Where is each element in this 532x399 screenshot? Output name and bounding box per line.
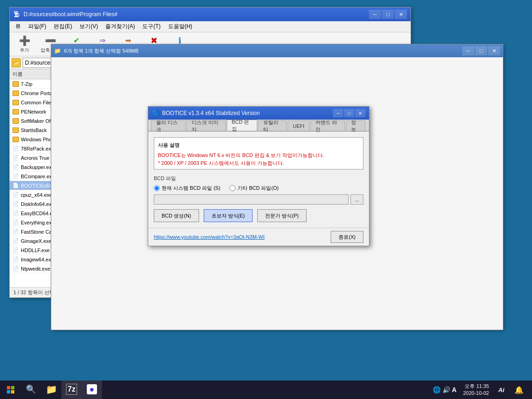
taskbar-files[interactable]: 📁 <box>41 381 61 399</box>
taskbar-bootice[interactable]: ● <box>82 381 102 399</box>
app-icon: 🗜 <box>13 11 21 18</box>
menu-favorites[interactable]: 즐겨찾기(A) <box>102 22 139 31</box>
tab-utility[interactable]: 유틸리티 <box>258 121 287 131</box>
bcd-path-input[interactable] <box>154 194 349 205</box>
window-title: D:#sources#boot.wim#Program Files# <box>24 11 369 18</box>
radio-other-label[interactable]: 기타 BCD 파일(O) <box>230 185 278 192</box>
svg-rect-1 <box>11 386 14 389</box>
bootice-icon: 🔵 <box>152 109 159 117</box>
btn-bcd-generate[interactable]: BCD 생성(N) <box>154 209 199 222</box>
ai-label: Ai <box>496 387 507 393</box>
desc-line1: BOOTICE는 Windows NT 6.x 버전의 BCD 편집 & 보기 … <box>158 151 359 160</box>
bcd-path-row: ... <box>154 194 363 205</box>
search-icon: 🔍 <box>25 384 36 395</box>
btn-beginner-mode[interactable]: 초보자 방식(E) <box>204 209 253 222</box>
taskbar-items: 🔍 📁 7z ● <box>21 381 429 399</box>
btn-add-label: 추가 <box>20 47 29 54</box>
close-btn[interactable]: ✕ <box>395 10 407 19</box>
svg-rect-2 <box>6 390 10 393</box>
notification-btn[interactable]: 🔔 <box>510 381 528 399</box>
network-icon: 🌐 <box>433 386 441 393</box>
7zip-icon: 7z <box>66 384 77 395</box>
window-controls: ─ □ ✕ <box>369 10 407 19</box>
dialog-title: BOOTICE v1.3.4 x64 Stabilized Version <box>162 110 333 116</box>
btn-add[interactable]: ➕ 추가 <box>12 34 36 54</box>
radio-current-label[interactable]: 현재 시스템 BCD 파일 (S) <box>154 185 220 192</box>
bootice-dialog: 🔵 BOOTICE v1.3.4 x64 Stabilized Version … <box>148 106 369 246</box>
bg-window-title: 📁 <box>54 48 64 54</box>
radio-group: 현재 시스템 BCD 파일 (S) 기타 BCD 파일(O) <box>154 185 363 192</box>
menu-bar: 류 파일(F) 편집(E) 보기(V) 즐겨찾기(A) 도구(T) 도움말(H) <box>10 21 411 32</box>
bg-window-status: 6개 항목 1개 항목 선택함 548MB <box>64 48 139 54</box>
folder-nav-icon[interactable]: 📂 <box>12 58 21 67</box>
tab-disk-image[interactable]: 디스크 이미지 <box>187 121 226 131</box>
taskbar-clock[interactable]: 오후 11:35 2020-10-02 <box>459 383 493 397</box>
btn-expert-mode[interactable]: 전문가 방식(P) <box>257 209 307 222</box>
bcd-section: BCD 파일 현재 시스템 BCD 파일 (S) 기타 BCD 파일(O) ..… <box>154 175 363 205</box>
bg-minimize-btn[interactable]: ─ <box>462 46 474 55</box>
main-titlebar: 🗜 D:#sources#boot.wim#Program Files# ─ □… <box>10 7 411 21</box>
tab-physical-disk[interactable]: 물리 디스크 <box>151 121 186 131</box>
bcd-label: BCD 파일 <box>154 175 363 182</box>
radio-current-text: 현재 시스템 BCD 파일 (S) <box>162 185 220 192</box>
radio-current[interactable] <box>154 185 160 191</box>
add-icon: ➕ <box>19 35 30 46</box>
windows-logo-icon <box>6 386 15 394</box>
menu-help[interactable]: 도움말(H) <box>164 22 196 31</box>
start-button[interactable] <box>0 381 21 399</box>
bcd-browse-btn[interactable]: ... <box>351 194 363 205</box>
dialog-controls: ─ □ ✕ <box>333 109 365 117</box>
svg-rect-3 <box>11 390 14 393</box>
desc-title: 사용 설명 <box>158 141 359 150</box>
tray-icons: 🌐 🔊 A <box>433 386 457 393</box>
menu-류[interactable]: 류 <box>12 22 24 31</box>
system-tray: 🌐 🔊 A 오후 11:35 2020-10-02 Ai 🔔 <box>429 381 532 399</box>
bg-maximize-btn[interactable]: □ <box>475 46 487 55</box>
taskbar-search[interactable]: 🔍 <box>21 381 41 399</box>
tab-uefi[interactable]: UEFI <box>288 121 309 131</box>
menu-view[interactable]: 보기(V) <box>76 22 102 31</box>
bg-window-titlebar: 📁 6개 항목 1개 항목 선택함 548MB ─ □ ✕ <box>51 44 503 57</box>
bg-close-btn[interactable]: ✕ <box>488 46 500 55</box>
desc-line2: * 2000 / XP / 2003 PE 시스템에서도 사용이 가능합니다. <box>158 159 359 168</box>
clock-time: 오후 11:35 <box>463 383 489 390</box>
desc-box: 사용 설명 BOOTICE는 Windows NT 6.x 버전의 BCD 편집… <box>154 137 363 169</box>
menu-tools[interactable]: 도구(T) <box>139 22 164 31</box>
svg-rect-0 <box>6 386 10 389</box>
tab-bcd-edit[interactable]: BCD 편집 <box>227 120 257 131</box>
maximize-btn[interactable]: □ <box>382 10 394 19</box>
tab-cmdline[interactable]: 커맨드 라인 <box>310 121 345 131</box>
dialog-action-row: BCD 생성(N) 초보자 방식(E) 전문가 방식(P) <box>154 209 363 222</box>
dialog-close-btn-x[interactable]: ✕ <box>355 109 365 117</box>
btn-exit[interactable]: 종료(X) <box>331 231 363 243</box>
menu-edit[interactable]: 편집(E) <box>50 22 76 31</box>
clock-date: 2020-10-02 <box>463 390 489 397</box>
tab-info[interactable]: 정보 <box>346 121 365 131</box>
folder-icon: 📁 <box>46 384 57 395</box>
menu-file[interactable]: 파일(F) <box>24 22 50 31</box>
radio-other[interactable] <box>230 185 236 191</box>
volume-icon: 🔊 <box>442 386 450 393</box>
dialog-restore-btn[interactable]: □ <box>344 109 354 117</box>
minimize-btn[interactable]: ─ <box>369 10 381 19</box>
taskbar: 🔍 📁 7z ● 🌐 🔊 A 오후 11:35 2020-10-02 Ai 🔔 <box>0 381 532 399</box>
taskbar-7zip[interactable]: 7z <box>61 381 82 399</box>
dialog-minimize-btn[interactable]: ─ <box>333 109 343 117</box>
lang-indicator[interactable]: A <box>452 386 457 393</box>
dialog-footer: https://www.youtube.com/watch?v=3aOt-N3M… <box>148 228 369 246</box>
youtube-link[interactable]: https://www.youtube.com/watch?v=3aOt-N3M… <box>154 234 331 240</box>
bootice-taskbar-icon: ● <box>87 384 97 394</box>
dialog-content: 사용 설명 BOOTICE는 Windows NT 6.x 버전의 BCD 편집… <box>148 132 369 228</box>
radio-other-text: 기타 BCD 파일(O) <box>237 185 278 192</box>
dialog-titlebar: 🔵 BOOTICE v1.3.4 x64 Stabilized Version … <box>148 107 369 120</box>
dialog-tabs: 물리 디스크 디스크 이미지 BCD 편집 유틸리티 UEFI 커맨드 라인 정… <box>148 120 369 132</box>
